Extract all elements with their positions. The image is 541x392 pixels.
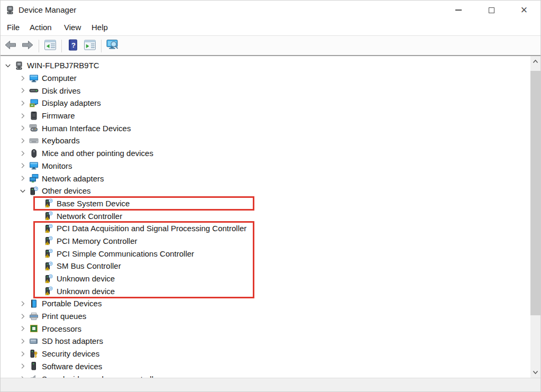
minimize-button[interactable] [442,1,475,20]
tree-item-label: Other devices [42,186,91,195]
hid-icon [29,123,39,133]
chevron-right-icon[interactable] [17,135,28,146]
back-arrow-icon [4,40,17,52]
tree-item-pci-data-acquisition-and-signal-processing-controller[interactable]: ?PCI Data Acquisition and Signal Process… [1,222,531,235]
tree-item-label: Processors [42,324,81,333]
tree-item-label: Monitors [42,161,72,170]
firmware-icon [29,111,39,121]
unknown-device-warning-icon: ? [44,274,53,284]
tree-item-pci-memory-controller[interactable]: ?PCI Memory Controller [1,235,531,248]
close-button[interactable]: × [508,1,540,20]
tree-item-human-interface-devices[interactable]: Human Interface Devices [1,122,531,134]
tree-item-mice-and-other-pointing-devices[interactable]: Mice and other pointing devices [1,147,531,160]
tree-item-network-adapters[interactable]: Network adapters [1,172,531,185]
help-button[interactable]: ? [65,38,81,54]
chevron-right-icon[interactable] [17,73,28,84]
chevron-right-icon[interactable] [17,349,28,359]
tree-item-other-devices[interactable]: ?Other devices [1,185,531,197]
title-bar: Device Manager × [1,1,540,20]
svg-text:?: ? [50,262,52,265]
maximize-button[interactable] [475,1,508,20]
forward-button[interactable] [20,38,35,54]
menu-view[interactable]: View [62,20,83,35]
properties-icon [84,39,96,53]
chevron-right-icon[interactable] [17,173,28,184]
menu-action[interactable]: Action [27,20,54,35]
chevron-right-icon[interactable] [17,148,28,159]
show-console-tree-button[interactable] [42,38,58,54]
tree-item-keyboards[interactable]: Keyboards [1,134,531,147]
unknown-device-warning-icon: ? [44,224,53,233]
network-adapter-icon [29,174,39,183]
chevron-right-icon[interactable] [17,336,28,347]
security-device-icon [29,349,39,359]
sd-host-adapter-icon [29,336,39,346]
tree-item-unknown-device[interactable]: ?Unknown device [1,285,531,297]
chevron-right-icon[interactable] [17,373,28,378]
tree-item-computer[interactable]: Computer [1,72,531,85]
svg-text:?: ? [50,224,52,227]
display-adapter-icon [29,98,39,108]
scroll-down-button[interactable] [530,367,540,378]
chevron-right-icon[interactable] [17,298,28,309]
tree-item-disk-drives[interactable]: Disk drives [1,84,531,97]
back-button[interactable] [3,38,19,54]
tree-item-pci-simple-communications-controller[interactable]: ?PCI Simple Communications Controller [1,247,531,260]
disk-drive-icon [29,86,39,95]
chevron-spacer [32,286,43,296]
chevron-down-icon[interactable] [17,186,28,196]
tree-item-portable-devices[interactable]: Portable Devices [1,297,531,310]
tree-item-firmware[interactable]: Firmware [1,110,531,122]
chevron-right-icon[interactable] [17,160,28,171]
scrollbar-thumb[interactable] [530,71,540,315]
tree-item-label: SD host adapters [42,336,103,345]
toolbar: ? [1,37,540,56]
tree-item-monitors[interactable]: Monitors [1,160,531,172]
tree-item-label: Human Interface Devices [42,124,131,133]
toolbar-separator [101,40,102,52]
tree-item-security-devices[interactable]: Security devices [1,348,531,360]
tree-item-sm-bus-controller[interactable]: ?SM Bus Controller [1,260,531,272]
unknown-device-warning-icon: ? [44,249,53,258]
tree-item-label: Keyboards [42,136,80,145]
vertical-scrollbar[interactable] [530,56,540,378]
scan-for-hardware-changes-button[interactable] [105,38,121,54]
unknown-device-warning-icon: ? [44,261,53,271]
tree-item-display-adapters[interactable]: Display adapters [1,97,531,110]
scan-hardware-icon [106,39,120,53]
chevron-right-icon[interactable] [17,123,28,133]
print-queue-icon [29,312,39,321]
tree-item-software-devices[interactable]: Software devices [1,360,531,373]
chevron-down-icon[interactable] [3,60,13,71]
tree-item-unknown-device[interactable]: ?Unknown device [1,272,531,285]
properties-button[interactable] [82,38,98,54]
tree-item-win-flpbj7rb9tc[interactable]: WIN-FLPBJ7RB9TC [1,59,531,72]
chevron-right-icon[interactable] [17,111,28,121]
minimize-icon [455,10,462,11]
chevron-right-icon[interactable] [17,98,28,108]
chevron-right-icon[interactable] [17,323,28,334]
tree-item-label: Firmware [42,111,75,120]
tree-item-processors[interactable]: Processors [1,322,531,335]
chevron-right-icon[interactable] [17,85,28,96]
tree-item-label: Display adapters [42,98,101,107]
tree-item-label: Base System Device [57,199,130,208]
status-strip [1,378,540,392]
menu-help[interactable]: Help [89,20,110,35]
svg-text:?: ? [35,187,37,190]
menu-file[interactable]: File [5,20,22,35]
unknown-device-warning-icon: ? [44,236,53,245]
device-tree: WIN-FLPBJ7RB9TCComputerDisk drivesDispla… [1,56,531,378]
chevron-right-icon[interactable] [17,361,28,371]
tree-item-sound-video-and-game-controllers[interactable]: Sound, video and game controllers [1,372,531,378]
tree-item-network-controller[interactable]: ?Network Controller [1,209,531,222]
tree-item-base-system-device[interactable]: ?Base System Device [1,197,531,210]
tree-item-label: Network Controller [57,212,122,221]
processor-icon [29,324,39,333]
tree-item-print-queues[interactable]: Print queues [1,310,531,323]
chevron-right-icon[interactable] [17,311,28,322]
tree-item-sd-host-adapters[interactable]: SD host adapters [1,335,531,348]
scroll-up-button[interactable] [530,56,540,67]
chevron-spacer [32,223,43,234]
device-manager-window: Device Manager × File Action View Help ?… [0,0,541,392]
